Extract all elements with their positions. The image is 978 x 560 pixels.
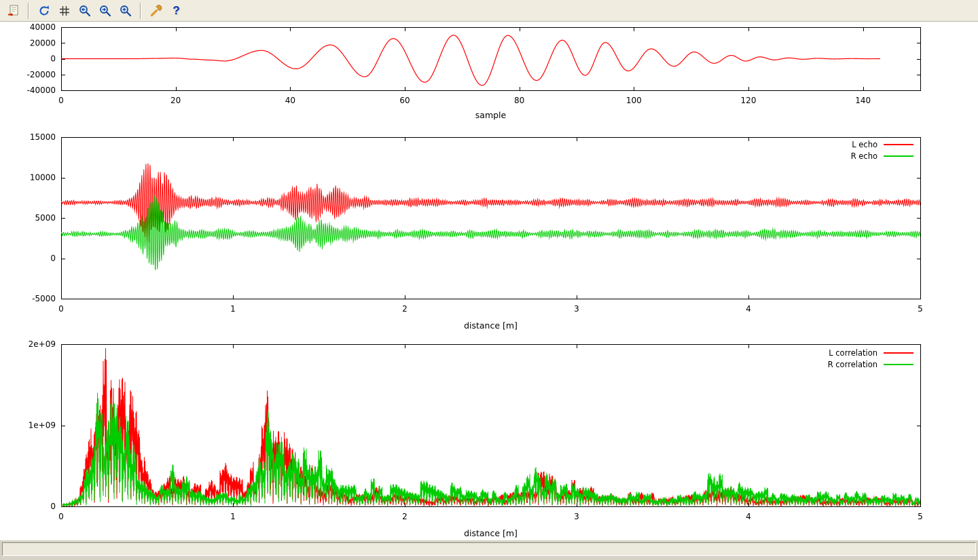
status-bar — [0, 540, 978, 560]
configure-plot-button[interactable] — [147, 1, 165, 20]
correlation-legend: L correlation R correlation — [828, 347, 913, 370]
signal-chart-canvas[interactable] — [0, 22, 978, 130]
legend-line-sample — [884, 352, 913, 354]
echo-chart-canvas[interactable] — [0, 130, 978, 334]
legend-line-sample — [884, 364, 913, 365]
toggle-grid-button[interactable] — [55, 1, 73, 20]
copy-to-clipboard-button[interactable] — [4, 1, 22, 20]
toolbar-separator — [140, 3, 141, 19]
legend-item: R echo — [851, 150, 913, 162]
plot-area: L echo R echo L correlation R correlatio… — [0, 22, 978, 540]
toolbar: ? — [0, 0, 978, 22]
zoom-next-button[interactable] — [96, 1, 114, 20]
copy-to-clipboard-icon — [7, 4, 20, 18]
replot-icon — [37, 4, 51, 18]
legend-item: L correlation — [828, 347, 913, 358]
autoscale-icon — [119, 4, 132, 18]
legend-item: R correlation — [828, 358, 913, 370]
zoom-next-icon — [98, 4, 112, 18]
echo-legend: L echo R echo — [851, 138, 913, 162]
zoom-previous-icon — [78, 4, 92, 18]
legend-line-sample — [884, 155, 913, 157]
legend-label: L correlation — [829, 348, 877, 358]
replot-button[interactable] — [35, 1, 53, 20]
wrench-icon — [149, 4, 163, 18]
zoom-previous-button[interactable] — [75, 1, 94, 20]
toolbar-separator — [28, 3, 29, 19]
autoscale-button[interactable] — [116, 1, 134, 20]
legend-label: R correlation — [828, 360, 877, 369]
legend-label: R echo — [851, 151, 877, 161]
help-button[interactable]: ? — [167, 1, 185, 20]
legend-line-sample — [884, 144, 913, 145]
legend-label: L echo — [852, 140, 877, 149]
legend-item: L echo — [851, 138, 913, 150]
help-icon: ? — [173, 5, 179, 16]
status-message — [2, 542, 976, 556]
grid-icon — [58, 4, 71, 18]
